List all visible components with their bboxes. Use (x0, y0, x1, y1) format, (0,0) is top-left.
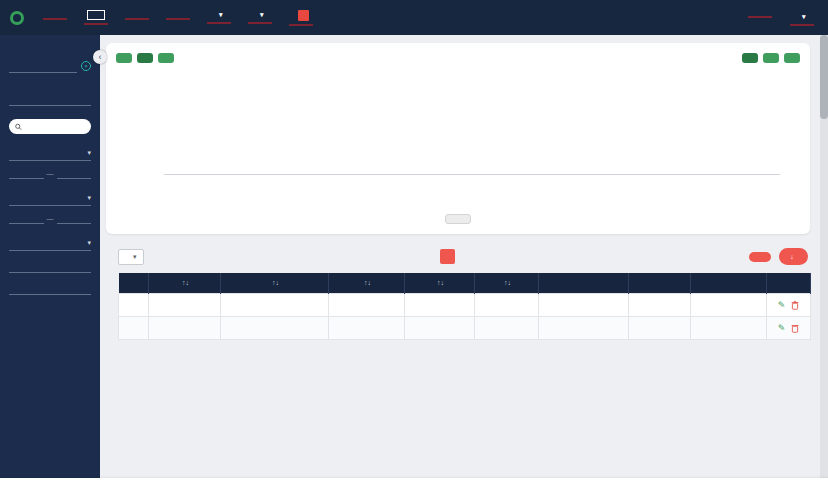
sort-arrows-icon[interactable]: ↑↓ (437, 279, 444, 286)
app-logo[interactable] (0, 11, 43, 25)
settlement-date-to-input[interactable] (57, 212, 92, 224)
nav-transactions[interactable] (166, 15, 190, 20)
cell-monthly-accrued (539, 294, 629, 317)
cell-next-payment (691, 317, 767, 340)
cell-maturity (405, 317, 475, 340)
nav-underline (248, 22, 272, 24)
cell-next-payment (691, 294, 767, 317)
chevron-down-icon: ▾ (219, 11, 223, 19)
trash-icon[interactable] (791, 301, 799, 310)
col-maturity-date[interactable]: ↑↓ (405, 273, 475, 294)
edit-icon[interactable]: ✎ (778, 300, 786, 310)
nav-underline (43, 18, 67, 20)
nav-underline (790, 24, 814, 26)
nav-underline (84, 23, 108, 25)
cell-settlement (329, 294, 405, 317)
contract-number-input[interactable] (9, 91, 91, 106)
maturity-date-from-input[interactable] (9, 167, 44, 179)
bar-chart (164, 83, 780, 201)
chart-plot-area (164, 83, 780, 175)
sort-arrows-icon[interactable]: ↑↓ (272, 279, 279, 286)
page-size-select[interactable]: ▾ (118, 249, 144, 265)
col-adi-name[interactable]: ↑↓ (221, 273, 329, 294)
calendar-week-button[interactable] (116, 53, 132, 63)
nav-underline (289, 24, 313, 26)
cell-term (475, 317, 539, 340)
principal-toggle-group (742, 53, 800, 63)
settlement-date-from-input[interactable] (9, 212, 44, 224)
chevron-down-icon: ▾ (87, 194, 91, 202)
cell-settlement (329, 317, 405, 340)
adi-search-input[interactable] (25, 122, 85, 131)
maturity-date-to-input[interactable] (57, 167, 92, 179)
col-settlement-date[interactable]: ↑↓ (329, 273, 405, 294)
calendar-month-button[interactable] (137, 53, 153, 63)
cell-term (475, 294, 539, 317)
trade-entry-badge (298, 10, 309, 21)
col-contract-number[interactable]: ↑↓ (149, 273, 221, 294)
col-total-accrued (629, 273, 691, 294)
footer (0, 478, 828, 500)
scrollbar-thumb[interactable] (820, 35, 828, 119)
table-toolbar: ▾ ↓ (118, 248, 808, 265)
cell-monthly-accrued (539, 317, 629, 340)
nav-reports[interactable] (125, 15, 149, 20)
term-value-input-2[interactable] (9, 280, 91, 295)
trash-icon[interactable] (791, 324, 799, 333)
calendar-year-button[interactable] (158, 53, 174, 63)
col-next-payment (691, 273, 767, 294)
sidebar-collapse-button[interactable]: ‹ (93, 50, 107, 64)
nav-rates[interactable] (748, 13, 772, 26)
col-term-in-days[interactable]: ↑↓ (475, 273, 539, 294)
nav-holdings[interactable] (84, 10, 108, 25)
chevron-down-icon: ▾ (87, 239, 91, 247)
nav-underline (166, 18, 190, 20)
csv-download-button[interactable]: ↓ (779, 248, 808, 265)
principal-only-button[interactable] (742, 53, 758, 63)
as-at-input[interactable] (9, 58, 77, 73)
date-clear-icon[interactable]: × (81, 61, 91, 71)
edit-icon[interactable]: ✎ (778, 323, 786, 333)
nav-tools[interactable]: ▾ (207, 11, 231, 24)
cell-contract (149, 317, 221, 340)
table-header-row: ↑↓ ↑↓ ↑↓ ↑↓ ↑↓ (119, 273, 811, 294)
adi-search-box[interactable] (9, 119, 91, 134)
chart-history-button[interactable] (445, 214, 471, 224)
expand-all-header[interactable] (119, 273, 149, 294)
sort-arrows-icon[interactable]: ↑↓ (182, 279, 189, 286)
topbar: ▾ ▾ ▾ (0, 0, 828, 35)
page-1-button[interactable] (440, 249, 455, 264)
nav-settings[interactable]: ▾ (248, 11, 272, 24)
search-icon (15, 123, 22, 131)
cell-contract (149, 294, 221, 317)
interest-only-button[interactable] (763, 53, 779, 63)
nav-trade-entry[interactable] (289, 10, 313, 26)
cell-adi-name (221, 294, 329, 317)
sort-arrows-icon[interactable]: ↑↓ (504, 279, 511, 286)
chevron-down-icon: ▾ (260, 11, 264, 19)
nav-summary[interactable] (43, 15, 67, 20)
cell-total-accrued (629, 294, 691, 317)
range-dash: — (47, 170, 54, 177)
vertical-scrollbar[interactable] (820, 35, 828, 478)
main-nav: ▾ ▾ (43, 10, 313, 26)
maturity-date-operator-select[interactable]: ▾ (9, 147, 91, 161)
yieldhub-logo-icon (10, 11, 24, 25)
calendar-toggle-group (116, 53, 174, 63)
manage-columns-button[interactable] (749, 252, 771, 262)
sort-arrows-icon[interactable]: ↑↓ (364, 279, 371, 286)
nav-underline (207, 22, 231, 24)
nav-underline (125, 18, 149, 20)
term-operator-select[interactable]: ▾ (9, 237, 91, 251)
table-row: ✎ (119, 294, 811, 317)
download-icon: ↓ (790, 253, 794, 260)
col-monthly-accrued (539, 273, 629, 294)
expand-row-button[interactable] (119, 317, 149, 340)
interest-and-principal-button[interactable] (784, 53, 800, 63)
settlement-date-operator-select[interactable]: ▾ (9, 192, 91, 206)
expand-row-button[interactable] (119, 294, 149, 317)
user-menu[interactable]: ▾ (790, 13, 814, 26)
term-value-input[interactable] (9, 258, 91, 273)
cell-total-accrued (629, 317, 691, 340)
cell-adi-name (221, 317, 329, 340)
